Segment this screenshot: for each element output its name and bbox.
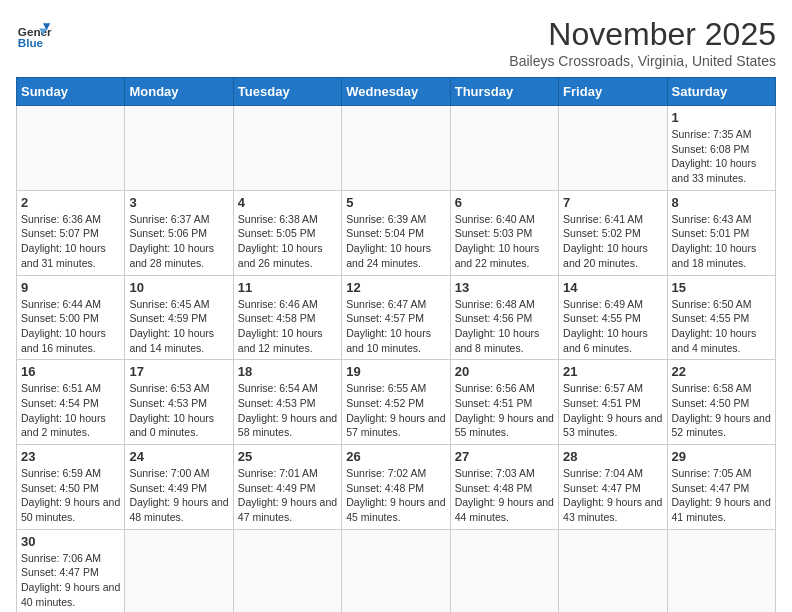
day-cell: 1Sunrise: 7:35 AM Sunset: 6:08 PM Daylig… <box>667 106 775 191</box>
day-number: 29 <box>672 449 771 464</box>
day-cell <box>559 529 667 612</box>
title-area: November 2025 Baileys Crossroads, Virgin… <box>509 16 776 69</box>
day-cell: 27Sunrise: 7:03 AM Sunset: 4:48 PM Dayli… <box>450 445 558 530</box>
day-cell <box>233 106 341 191</box>
day-cell: 25Sunrise: 7:01 AM Sunset: 4:49 PM Dayli… <box>233 445 341 530</box>
day-header-monday: Monday <box>125 78 233 106</box>
day-number: 2 <box>21 195 120 210</box>
day-cell <box>125 106 233 191</box>
day-info: Sunrise: 6:45 AM Sunset: 4:59 PM Dayligh… <box>129 297 228 356</box>
day-number: 12 <box>346 280 445 295</box>
day-number: 9 <box>21 280 120 295</box>
day-cell <box>17 106 125 191</box>
day-cell: 29Sunrise: 7:05 AM Sunset: 4:47 PM Dayli… <box>667 445 775 530</box>
day-info: Sunrise: 7:05 AM Sunset: 4:47 PM Dayligh… <box>672 466 771 525</box>
day-info: Sunrise: 6:59 AM Sunset: 4:50 PM Dayligh… <box>21 466 120 525</box>
day-info: Sunrise: 6:58 AM Sunset: 4:50 PM Dayligh… <box>672 381 771 440</box>
day-cell: 11Sunrise: 6:46 AM Sunset: 4:58 PM Dayli… <box>233 275 341 360</box>
day-number: 22 <box>672 364 771 379</box>
day-info: Sunrise: 6:49 AM Sunset: 4:55 PM Dayligh… <box>563 297 662 356</box>
day-cell: 16Sunrise: 6:51 AM Sunset: 4:54 PM Dayli… <box>17 360 125 445</box>
day-info: Sunrise: 6:38 AM Sunset: 5:05 PM Dayligh… <box>238 212 337 271</box>
calendar: SundayMondayTuesdayWednesdayThursdayFrid… <box>16 77 776 612</box>
day-cell: 6Sunrise: 6:40 AM Sunset: 5:03 PM Daylig… <box>450 190 558 275</box>
day-cell <box>342 106 450 191</box>
day-cell: 18Sunrise: 6:54 AM Sunset: 4:53 PM Dayli… <box>233 360 341 445</box>
day-number: 16 <box>21 364 120 379</box>
day-number: 30 <box>21 534 120 549</box>
day-cell: 9Sunrise: 6:44 AM Sunset: 5:00 PM Daylig… <box>17 275 125 360</box>
day-info: Sunrise: 7:04 AM Sunset: 4:47 PM Dayligh… <box>563 466 662 525</box>
day-info: Sunrise: 7:02 AM Sunset: 4:48 PM Dayligh… <box>346 466 445 525</box>
day-number: 14 <box>563 280 662 295</box>
week-row-5: 23Sunrise: 6:59 AM Sunset: 4:50 PM Dayli… <box>17 445 776 530</box>
day-number: 4 <box>238 195 337 210</box>
day-info: Sunrise: 6:44 AM Sunset: 5:00 PM Dayligh… <box>21 297 120 356</box>
day-cell <box>559 106 667 191</box>
day-cell: 22Sunrise: 6:58 AM Sunset: 4:50 PM Dayli… <box>667 360 775 445</box>
day-header-wednesday: Wednesday <box>342 78 450 106</box>
day-cell: 20Sunrise: 6:56 AM Sunset: 4:51 PM Dayli… <box>450 360 558 445</box>
day-number: 23 <box>21 449 120 464</box>
day-cell <box>450 529 558 612</box>
day-header-tuesday: Tuesday <box>233 78 341 106</box>
logo: General Blue <box>16 16 52 52</box>
day-header-saturday: Saturday <box>667 78 775 106</box>
day-number: 27 <box>455 449 554 464</box>
day-info: Sunrise: 6:46 AM Sunset: 4:58 PM Dayligh… <box>238 297 337 356</box>
day-cell: 12Sunrise: 6:47 AM Sunset: 4:57 PM Dayli… <box>342 275 450 360</box>
week-row-4: 16Sunrise: 6:51 AM Sunset: 4:54 PM Dayli… <box>17 360 776 445</box>
day-info: Sunrise: 6:47 AM Sunset: 4:57 PM Dayligh… <box>346 297 445 356</box>
day-number: 26 <box>346 449 445 464</box>
day-info: Sunrise: 6:36 AM Sunset: 5:07 PM Dayligh… <box>21 212 120 271</box>
day-number: 21 <box>563 364 662 379</box>
day-header-sunday: Sunday <box>17 78 125 106</box>
day-header-friday: Friday <box>559 78 667 106</box>
day-number: 11 <box>238 280 337 295</box>
day-number: 6 <box>455 195 554 210</box>
day-number: 13 <box>455 280 554 295</box>
day-cell: 26Sunrise: 7:02 AM Sunset: 4:48 PM Dayli… <box>342 445 450 530</box>
month-title: November 2025 <box>509 16 776 53</box>
day-number: 3 <box>129 195 228 210</box>
day-info: Sunrise: 6:48 AM Sunset: 4:56 PM Dayligh… <box>455 297 554 356</box>
day-info: Sunrise: 6:37 AM Sunset: 5:06 PM Dayligh… <box>129 212 228 271</box>
day-info: Sunrise: 6:50 AM Sunset: 4:55 PM Dayligh… <box>672 297 771 356</box>
day-cell: 21Sunrise: 6:57 AM Sunset: 4:51 PM Dayli… <box>559 360 667 445</box>
day-info: Sunrise: 6:39 AM Sunset: 5:04 PM Dayligh… <box>346 212 445 271</box>
day-header-thursday: Thursday <box>450 78 558 106</box>
header: General Blue November 2025 Baileys Cross… <box>16 16 776 69</box>
day-cell <box>125 529 233 612</box>
subtitle: Baileys Crossroads, Virginia, United Sta… <box>509 53 776 69</box>
day-number: 25 <box>238 449 337 464</box>
day-number: 7 <box>563 195 662 210</box>
day-cell <box>233 529 341 612</box>
day-number: 28 <box>563 449 662 464</box>
day-cell: 8Sunrise: 6:43 AM Sunset: 5:01 PM Daylig… <box>667 190 775 275</box>
day-cell: 23Sunrise: 6:59 AM Sunset: 4:50 PM Dayli… <box>17 445 125 530</box>
week-row-6: 30Sunrise: 7:06 AM Sunset: 4:47 PM Dayli… <box>17 529 776 612</box>
week-row-3: 9Sunrise: 6:44 AM Sunset: 5:00 PM Daylig… <box>17 275 776 360</box>
day-info: Sunrise: 7:01 AM Sunset: 4:49 PM Dayligh… <box>238 466 337 525</box>
day-info: Sunrise: 7:00 AM Sunset: 4:49 PM Dayligh… <box>129 466 228 525</box>
day-cell: 14Sunrise: 6:49 AM Sunset: 4:55 PM Dayli… <box>559 275 667 360</box>
day-info: Sunrise: 6:55 AM Sunset: 4:52 PM Dayligh… <box>346 381 445 440</box>
day-cell: 17Sunrise: 6:53 AM Sunset: 4:53 PM Dayli… <box>125 360 233 445</box>
day-info: Sunrise: 7:06 AM Sunset: 4:47 PM Dayligh… <box>21 551 120 610</box>
day-info: Sunrise: 6:54 AM Sunset: 4:53 PM Dayligh… <box>238 381 337 440</box>
day-info: Sunrise: 7:03 AM Sunset: 4:48 PM Dayligh… <box>455 466 554 525</box>
header-row: SundayMondayTuesdayWednesdayThursdayFrid… <box>17 78 776 106</box>
day-cell <box>667 529 775 612</box>
logo-icon: General Blue <box>16 16 52 52</box>
svg-text:Blue: Blue <box>18 36 44 49</box>
day-info: Sunrise: 6:51 AM Sunset: 4:54 PM Dayligh… <box>21 381 120 440</box>
day-cell: 5Sunrise: 6:39 AM Sunset: 5:04 PM Daylig… <box>342 190 450 275</box>
day-number: 1 <box>672 110 771 125</box>
day-number: 18 <box>238 364 337 379</box>
day-info: Sunrise: 6:56 AM Sunset: 4:51 PM Dayligh… <box>455 381 554 440</box>
day-cell: 7Sunrise: 6:41 AM Sunset: 5:02 PM Daylig… <box>559 190 667 275</box>
day-info: Sunrise: 6:53 AM Sunset: 4:53 PM Dayligh… <box>129 381 228 440</box>
day-cell: 19Sunrise: 6:55 AM Sunset: 4:52 PM Dayli… <box>342 360 450 445</box>
day-cell <box>342 529 450 612</box>
day-number: 20 <box>455 364 554 379</box>
